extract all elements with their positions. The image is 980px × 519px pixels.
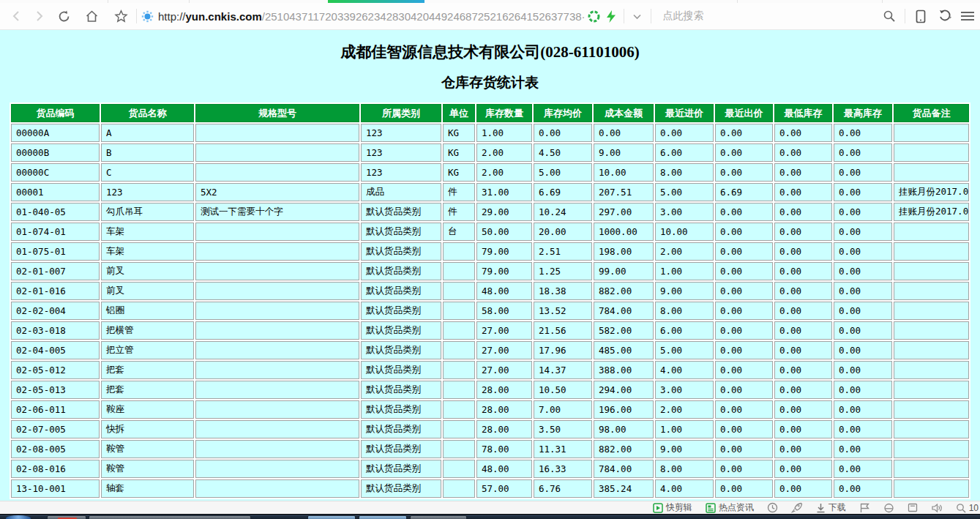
cell: 02-08-005	[11, 440, 100, 458]
tab-separator	[882, 0, 883, 3]
cell: 0.00	[834, 479, 892, 498]
smart-reader-icon[interactable]	[586, 5, 603, 27]
quick-clip-button[interactable]: 快剪辑	[653, 501, 692, 514]
history-button[interactable]	[767, 502, 778, 513]
column-header: 所属类别	[361, 104, 441, 122]
cell: 207.51	[594, 183, 654, 201]
cell	[443, 262, 475, 280]
cell: 1.25	[534, 262, 592, 280]
cell	[195, 400, 359, 419]
cell: 02-05-012	[11, 361, 100, 379]
column-header: 货品编码	[11, 104, 100, 122]
cell	[195, 223, 359, 241]
cell: 0.00	[774, 282, 832, 300]
cell	[443, 302, 475, 320]
cell: 把套	[101, 361, 194, 379]
cell: 0.00	[774, 440, 832, 458]
cell: 385.24	[594, 479, 654, 498]
cell: 27.00	[476, 361, 532, 379]
cell: 默认货品类别	[361, 381, 441, 399]
tab-separator	[737, 0, 738, 3]
cell: 2.00	[655, 242, 714, 261]
rocket-boost-button[interactable]	[791, 502, 803, 513]
search-button[interactable]	[878, 5, 900, 27]
cell: 02-02-004	[11, 302, 100, 320]
cell: 前叉	[101, 282, 194, 300]
cell: 0.00	[774, 124, 832, 142]
cell	[195, 124, 359, 142]
cell: 48.00	[476, 282, 532, 300]
favorites-star-button[interactable]	[110, 5, 132, 27]
cell	[894, 341, 969, 359]
menu-hamburger-button[interactable]	[960, 5, 974, 27]
zoom-control[interactable]: 10	[956, 503, 979, 513]
cell	[195, 242, 359, 261]
quick-clip-icon	[653, 503, 663, 513]
back-button[interactable]	[6, 5, 28, 27]
column-header: 最低库存	[774, 104, 832, 122]
speaker-button[interactable]	[931, 503, 943, 513]
cell: 8.00	[655, 163, 714, 182]
cell: 默认货品类别	[361, 223, 441, 241]
cell: 0.00	[715, 460, 773, 478]
forward-button[interactable]	[28, 5, 50, 27]
proxy-network-button[interactable]	[883, 503, 894, 513]
cell: 1.00	[655, 420, 714, 438]
home-button[interactable]	[81, 5, 102, 27]
cell: 0.00	[715, 400, 773, 419]
cell: 5X2	[195, 183, 359, 201]
cell: B	[101, 143, 194, 162]
cell: 件	[443, 203, 475, 221]
speed-bolt-icon[interactable]	[603, 5, 619, 27]
cell: 默认货品类别	[361, 282, 441, 300]
cell: 默认货品类别	[361, 203, 441, 221]
cell: 挂账月份2017.09	[894, 183, 969, 201]
table-row: 02-01-016前叉默认货品类别48.0018.38882.009.000.0…	[11, 282, 969, 300]
column-header: 库存数量	[476, 104, 532, 122]
restore-session-button[interactable]	[932, 5, 960, 27]
taskbar-item[interactable]	[89, 515, 251, 519]
report-flag-button[interactable]	[859, 503, 870, 513]
column-header: 成本金额	[594, 104, 654, 122]
table-row: 01-075-01车架默认货品类别79.002.51198.002.000.00…	[11, 242, 969, 261]
cell: 28.00	[476, 400, 532, 419]
taskbar-item[interactable]	[307, 515, 356, 519]
active-tab-indicator	[328, 0, 424, 3]
refresh-button[interactable]	[53, 5, 75, 27]
cell: 勾爪吊耳	[101, 203, 194, 221]
cell: 默认货品类别	[361, 440, 441, 458]
cell: 123	[361, 163, 441, 182]
search-hint-input[interactable]: 点此搜索	[663, 10, 704, 23]
cell: 前叉	[101, 262, 194, 280]
cell: 4.00	[655, 479, 714, 498]
address-bar[interactable]: http://yun.cnkis.com/2510437117203392623…	[141, 5, 878, 27]
cell: 10.00	[655, 223, 714, 241]
hot-news-button[interactable]: 热点资讯	[706, 501, 754, 514]
taskbar-item[interactable]	[410, 515, 467, 519]
cell: 6.00	[655, 321, 714, 340]
cell: 0.00	[774, 381, 832, 399]
cell	[195, 262, 359, 280]
cell: 5.00	[655, 341, 714, 359]
url-dropdown-chevron[interactable]	[629, 5, 646, 27]
taskbar-item[interactable]	[359, 515, 407, 519]
inventory-table: 货品编码货品名称规格型号所属类别单位库存数量库存均价成本金额最近进价最近出价最低…	[10, 102, 970, 499]
window-restore-button[interactable]	[908, 503, 918, 512]
cell	[443, 420, 475, 438]
cell: 123	[101, 183, 194, 201]
download-button[interactable]: 下载	[816, 501, 846, 514]
cell	[443, 381, 475, 399]
toolbar-separator	[624, 9, 624, 23]
cell: 17.96	[534, 341, 592, 359]
windows-taskbar[interactable]	[0, 514, 980, 519]
mobile-phone-button[interactable]	[910, 5, 932, 27]
cell	[443, 479, 475, 498]
start-orb[interactable]	[6, 515, 31, 519]
taskbar-item[interactable]	[47, 515, 86, 519]
page-title: 成都佳智源信息技术有限公司(028-61101006)	[0, 42, 980, 62]
tab-strip	[0, 0, 980, 3]
cell	[195, 460, 359, 478]
cell: 13-10-001	[11, 479, 100, 498]
cell: 0.00	[715, 203, 773, 221]
table-row: 01-074-01车架默认货品类别台50.0020.001000.0010.00…	[11, 223, 969, 241]
